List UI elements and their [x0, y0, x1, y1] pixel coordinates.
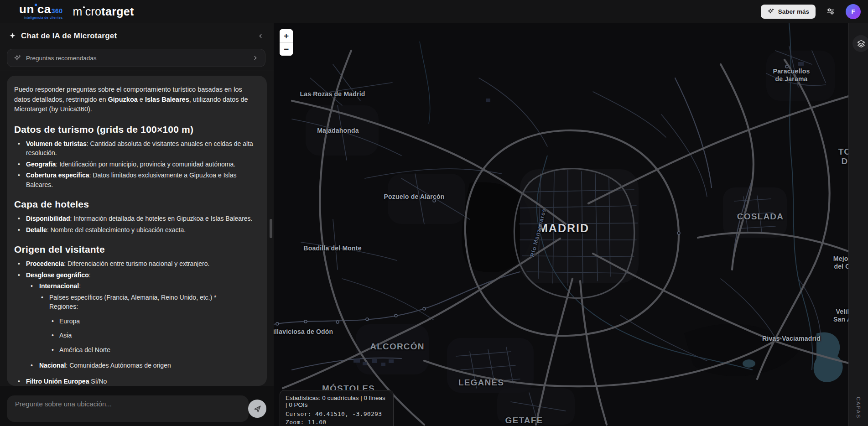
send-button[interactable] [248, 400, 266, 418]
map-zoom-control: + − [280, 29, 293, 56]
message-li: Detalle: Nombre del establecimiento y ub… [14, 225, 256, 235]
sidebar-scrollbar[interactable] [270, 219, 272, 238]
layers-icon [857, 39, 866, 48]
microtarget-logo: mcrotarget [73, 5, 134, 18]
layers-panel-label: CAPAS [856, 397, 861, 419]
message-h2: Origen del visitante [14, 244, 256, 255]
statistics-text: Estadísticas: 0 cuadrículas | 0 líneas |… [286, 395, 388, 408]
logo-tagline: inteligencia de clientes [19, 16, 63, 20]
settings-sliders-icon[interactable] [826, 6, 836, 16]
chat-input[interactable] [7, 395, 249, 422]
avatar[interactable]: F [846, 4, 861, 19]
unica360-logo: unca360 inteligencia de clientes [19, 3, 63, 20]
logo-word-un: un [19, 2, 34, 16]
message-li: Geografía: Identificación por municipio,… [14, 160, 256, 169]
chat-sidebar: Chat de IA de Microtarget Preguntas reco… [0, 23, 274, 426]
map-roads [274, 23, 848, 426]
layers-rail: CAPAS [848, 23, 868, 426]
sparkles-icon [767, 8, 774, 15]
message-li: Cobertura específica: Datos limitados ex… [14, 171, 256, 189]
logo-word-ca: ca [37, 2, 51, 16]
cursor-coordinates: Cursor: 40.41510, -3.90293 [286, 410, 388, 417]
send-icon [253, 405, 262, 413]
message-li: América del Norte [14, 345, 256, 355]
message-li: Asia [14, 331, 256, 340]
message-li: Nacional: Comunidades Autónomas de orige… [14, 361, 256, 370]
message-li: Europa [14, 317, 256, 326]
message-li: Volumen de turistas: Cantidad absoluta d… [14, 139, 256, 158]
map-status-overlay: Estadísticas: 0 cuadrículas | 0 líneas |… [280, 390, 394, 426]
layers-button[interactable] [852, 35, 868, 52]
message-li: Desglose geográfico: [14, 270, 256, 280]
map-canvas[interactable]: Las Rozas de MadridMajadahondaPozuelo de… [274, 23, 848, 426]
message-li: Países específicos (Francia, Alemania, R… [14, 293, 256, 312]
sparkle-icon [8, 32, 17, 41]
sidebar-divider [0, 71, 274, 71]
message-p: Puedo responder preguntas sobre el compo… [14, 85, 256, 114]
recommended-questions-button[interactable]: Preguntas recomendadas [7, 49, 265, 67]
zoom-level: Zoom: 11.00 [286, 419, 388, 426]
learn-more-button[interactable]: Saber más [761, 5, 816, 19]
message-li: Filtro Unión Europea Sí/No [14, 377, 256, 386]
zoom-out-button[interactable]: − [280, 43, 293, 56]
chat-message-body: Puedo responder preguntas sobre el compo… [14, 85, 256, 386]
logo-360: 360 [52, 7, 63, 15]
chat-header: Chat de IA de Microtarget [0, 23, 274, 49]
message-li: Internacional: [14, 281, 256, 291]
top-bar: unca360 inteligencia de clientes mcrotar… [0, 0, 868, 23]
chevron-left-icon [257, 33, 264, 39]
zoom-in-button[interactable]: + [280, 29, 293, 42]
message-li: Procedencia: Diferenciación entre turism… [14, 259, 256, 269]
chevron-right-icon [252, 55, 259, 61]
chat-input-bar [0, 386, 274, 426]
logo-dot [35, 4, 37, 6]
chat-title: Chat de IA de Microtarget [21, 31, 117, 41]
message-h2: Capa de hoteles [14, 198, 256, 210]
assistant-message: Puedo responder preguntas sobre el compo… [7, 76, 267, 386]
sparkles-icon [14, 54, 21, 62]
microtarget-dot-icon [83, 6, 85, 8]
message-li: Disponibilidad: Información detallada de… [14, 214, 256, 223]
collapse-sidebar-button[interactable] [255, 31, 265, 41]
message-h2: Datos de turismo (grids de 100×100 m) [14, 124, 256, 135]
